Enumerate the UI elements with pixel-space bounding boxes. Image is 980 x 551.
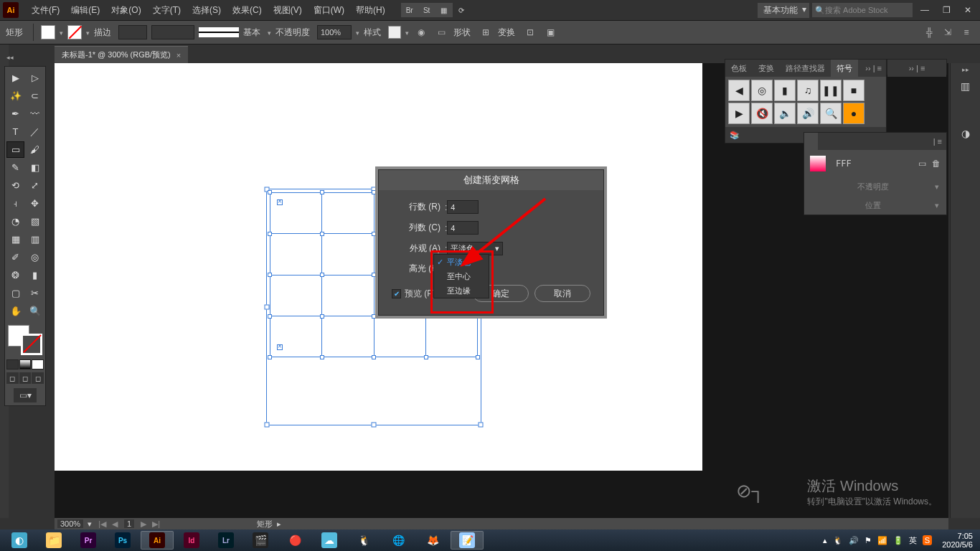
menu-file[interactable]: 文件(F) — [26, 4, 65, 17]
document-tab[interactable]: 未标题-1* @ 300% (RGB/预览) × — [55, 46, 188, 63]
screen-mode-icon[interactable]: ▭▾ — [14, 388, 37, 402]
symbol-vol-low-icon[interactable]: 🔈 — [774, 103, 796, 124]
transform-panel-icon[interactable]: ⇲ — [940, 24, 956, 40]
free-transform-tool-icon[interactable]: ✥ — [26, 195, 44, 212]
fill-swatch[interactable] — [41, 25, 55, 39]
graph-tool-icon[interactable]: ▮ — [26, 267, 44, 283]
magic-wand-tool-icon[interactable]: ✨ — [6, 88, 24, 104]
symbol-music-icon[interactable]: ♫ — [797, 80, 819, 101]
preview-checkbox[interactable]: ✔ — [392, 289, 401, 298]
transform-icon[interactable]: ⊡ — [522, 24, 538, 40]
menu-help[interactable]: 帮助(H) — [350, 4, 391, 17]
symbol-pause-icon[interactable]: ❚❚ — [820, 80, 842, 101]
panel-menu-icon[interactable]: ≡ — [958, 24, 974, 40]
stroke-weight-input[interactable] — [118, 25, 147, 39]
taskbar-app-chrome[interactable]: 🌐 — [382, 531, 415, 550]
artboard-num[interactable]: 1 — [124, 519, 134, 528]
menu-window[interactable]: 窗口(W) — [308, 4, 350, 17]
symbol-mute-icon[interactable]: 🔇 — [751, 103, 773, 124]
tray-battery-icon[interactable]: 🔋 — [893, 536, 903, 545]
tray-volume-icon[interactable]: 🔊 — [849, 536, 859, 545]
symbol-camera-icon[interactable]: ◎ — [751, 80, 773, 101]
perspective-tool-icon[interactable]: ▧ — [26, 213, 44, 230]
pen-tool-icon[interactable]: ✒ — [6, 105, 24, 122]
taskbar-app-premiere[interactable]: Pr — [72, 531, 105, 550]
align-panel-icon[interactable]: ╬ — [921, 24, 937, 40]
scale-tool-icon[interactable]: ⤢ — [26, 177, 44, 194]
mesh-tool-icon[interactable]: ▦ — [6, 231, 24, 248]
menu-effect[interactable]: 效果(C) — [227, 4, 268, 17]
taskbar-app-photoshop[interactable]: Ps — [106, 531, 139, 550]
type-tool-icon[interactable]: T — [6, 123, 24, 140]
menu-type[interactable]: 文字(T) — [147, 4, 187, 17]
symbol-sprayer-tool-icon[interactable]: ❂ — [6, 267, 24, 283]
rotate-tool-icon[interactable]: ⟲ — [6, 177, 24, 194]
blend-tool-icon[interactable]: ◎ — [26, 249, 44, 265]
stock-button[interactable]: St — [418, 3, 435, 17]
brush-def-icon[interactable] — [199, 27, 239, 37]
tab-symbols[interactable]: 符号 — [831, 60, 858, 77]
arrange-docs-icon[interactable]: ▦ — [435, 3, 453, 17]
symbol-play-icon[interactable]: ▶ — [728, 103, 750, 124]
taskbar-app-explorer[interactable]: 📁 — [37, 531, 70, 550]
tab-swatch[interactable]: 色板 — [725, 60, 753, 77]
workspace-switcher[interactable]: 基本功能 — [758, 3, 809, 18]
appearance-option-center[interactable]: 至中心 — [434, 269, 489, 283]
symbol-back-icon[interactable]: ◀ — [728, 80, 750, 101]
taskbar-app-cloud[interactable]: ☁ — [313, 531, 346, 550]
collapsed-panel[interactable]: ›› | ≡ — [887, 59, 947, 75]
panel-collapse-icon[interactable]: ›› | ≡ — [861, 64, 886, 72]
width-tool-icon[interactable]: ⫞ — [6, 195, 24, 212]
taskbar-app-lightroom[interactable]: Lr — [209, 531, 242, 550]
color-mode-normal-icon[interactable] — [6, 359, 19, 369]
direct-selection-tool-icon[interactable]: ▷ — [26, 70, 44, 86]
symbol-vol-hi-icon[interactable]: 🔊 — [797, 103, 819, 124]
draw-inside-icon[interactable]: ◻ — [32, 372, 44, 384]
align-icon[interactable]: ▭ — [433, 24, 449, 40]
line-tool-icon[interactable]: ／ — [26, 123, 44, 140]
isolate-icon[interactable]: ▣ — [542, 24, 558, 40]
slice-tool-icon[interactable]: ✂ — [26, 285, 44, 301]
hand-tool-icon[interactable]: ✋ — [6, 303, 24, 319]
shape-builder-tool-icon[interactable]: ◔ — [6, 213, 24, 230]
taskbar-app-video[interactable]: 🎬 — [244, 531, 277, 550]
selection-tool-icon[interactable]: ▶ — [6, 70, 24, 86]
symbol-lib-icon[interactable]: 📚 — [730, 131, 740, 140]
symbol-film-icon[interactable]: ▮ — [774, 80, 796, 101]
taskbar-app-indesign[interactable]: Id — [175, 531, 208, 550]
appearance-option-flat[interactable]: 平淡色 — [434, 255, 489, 269]
zoom-tool-icon[interactable]: 🔍 — [26, 303, 44, 319]
taskbar-app-notes[interactable]: 📝 — [451, 531, 484, 550]
recolor-icon[interactable]: ◉ — [413, 24, 429, 40]
taskbar-app-browser[interactable]: ◐ — [3, 531, 36, 550]
taskbar-app-qq[interactable]: 🐧 — [347, 531, 380, 550]
menu-select[interactable]: 选择(S) — [187, 4, 227, 17]
tray-flag-icon[interactable]: ⚑ — [864, 536, 872, 545]
shaper-tool-icon[interactable]: ✎ — [6, 159, 24, 176]
tray-expand-icon[interactable]: ▴ — [823, 536, 827, 545]
tray-ime[interactable]: 英 — [909, 535, 917, 546]
tab-transform[interactable]: 变换 — [753, 60, 780, 77]
document-tab-close-icon[interactable]: × — [176, 51, 181, 60]
eraser-tool-icon[interactable]: ◧ — [26, 159, 44, 176]
color-swatch-icon[interactable] — [810, 156, 826, 171]
stock-search-input[interactable]: 🔍 搜索 Adobe Stock — [812, 3, 913, 17]
shape-prop-icon[interactable]: ⊞ — [478, 24, 494, 40]
fill-stroke-control[interactable] — [6, 324, 44, 357]
menu-view[interactable]: 视图(V) — [268, 4, 308, 17]
artboard-nav[interactable]: ▶▶| — [138, 519, 162, 529]
dock-properties-icon[interactable]: ▥ — [955, 76, 976, 96]
artboard-tool-icon[interactable]: ▢ — [6, 285, 24, 301]
style-swatch[interactable] — [388, 26, 401, 39]
window-close-icon[interactable]: ✕ — [958, 3, 977, 17]
color-mode-gradient-icon[interactable] — [19, 359, 32, 369]
window-restore-icon[interactable]: ❐ — [937, 3, 956, 17]
gpu-icon[interactable]: ⟳ — [453, 3, 470, 17]
taskbar-app-illustrator[interactable]: Ai — [141, 531, 174, 550]
symbol-search-icon[interactable]: 🔍 — [820, 103, 842, 124]
lasso-tool-icon[interactable]: ⊂ — [26, 88, 44, 104]
paintbrush-tool-icon[interactable]: 🖌 — [26, 141, 44, 158]
opts-icon[interactable]: ▭ — [918, 159, 926, 169]
tray-network-icon[interactable]: 📶 — [877, 536, 887, 545]
tray-sogou-icon[interactable]: S — [923, 535, 932, 545]
